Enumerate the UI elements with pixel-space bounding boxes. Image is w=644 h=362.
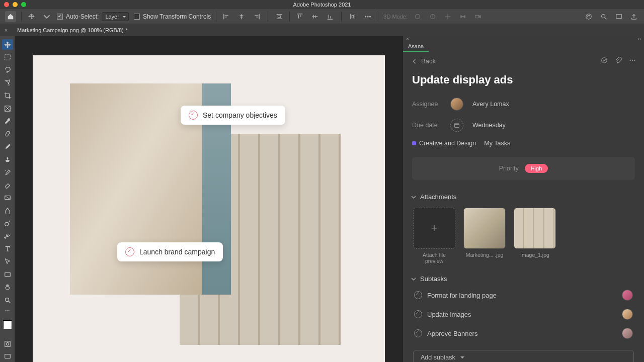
check-circle-icon[interactable] [414,310,422,318]
orbit-3d-icon [413,12,423,22]
svg-point-7 [602,14,605,18]
lasso-tool[interactable] [2,65,13,75]
subtask-assignee-avatar[interactable] [622,290,633,301]
mark-complete-icon[interactable] [601,57,608,65]
frame-tool[interactable] [2,103,13,114]
color-swatch[interactable] [3,320,12,329]
subtask-row[interactable]: Update images [403,305,644,324]
edit-toolbar-icon[interactable]: ••• [5,308,10,313]
attachment-1[interactable]: Marketing... .jpg [463,208,506,264]
show-transform-checkbox[interactable] [134,14,140,20]
project-tag-creative[interactable]: Creative and Design [412,140,476,147]
share-icon[interactable] [629,12,639,22]
more-menu-icon[interactable] [629,57,636,65]
overlay-card-text: Set company objectives [203,111,277,119]
assignee-avatar[interactable] [450,98,463,111]
distribute-h-icon[interactable] [274,12,284,22]
plus-icon[interactable]: + [413,208,455,249]
task-title[interactable]: Update display ads [403,70,644,94]
tool-options-chevron-icon[interactable] [42,12,52,22]
svg-rect-5 [475,15,479,18]
align-right-icon[interactable] [252,12,262,22]
brush-tool[interactable] [2,141,13,152]
auto-select-label: Auto-Select: [66,13,99,20]
back-button[interactable]: Back [411,57,436,65]
align-center-v-icon[interactable] [310,12,320,22]
due-date-value[interactable]: Wednesday [472,122,506,129]
calendar-icon[interactable] [450,119,463,132]
quickmask-icon[interactable] [2,338,13,349]
svg-rect-24 [455,123,459,127]
svg-point-18 [6,342,9,345]
due-date-label: Due date [412,122,441,129]
search-icon[interactable] [599,12,609,22]
subtask-assignee-avatar[interactable] [622,309,633,320]
collapse-panel-icon[interactable]: ›› [637,36,644,42]
check-circle-icon [189,111,198,120]
move-tool[interactable] [2,39,13,50]
screenmode-icon[interactable] [2,351,13,362]
dodge-tool[interactable] [2,218,13,228]
add-attachment[interactable]: + Attach file preview [413,208,455,264]
chevron-down-icon[interactable] [411,195,416,200]
eraser-tool[interactable] [2,179,13,190]
attachment-icon[interactable] [615,57,622,65]
add-subtask-button[interactable]: Add subtask [413,350,634,362]
more-options-icon[interactable] [363,12,373,22]
canvas-area[interactable]: Set company objectives Launch brand camp… [15,36,403,362]
attachment-2[interactable]: Image_1.jpg [514,208,556,264]
close-panel-icon[interactable]: × [403,36,412,42]
clone-stamp-tool[interactable] [2,154,13,165]
path-select-tool[interactable] [2,256,13,267]
chevron-down-icon[interactable] [411,277,416,282]
type-tool[interactable] [2,243,13,254]
svg-rect-9 [5,55,10,60]
zoom-tool[interactable] [2,295,13,305]
minimize-window-icon[interactable] [13,2,18,7]
attach-add-label: Attach file preview [413,252,455,264]
pan-3d-icon [443,12,453,22]
priority-field[interactable]: Priority High [412,157,635,180]
subtask-row[interactable]: Approve Banners [403,324,644,343]
artboard[interactable]: Set company objectives Launch brand camp… [33,55,385,362]
check-circle-icon[interactable] [414,291,422,299]
maximize-window-icon[interactable] [21,2,26,7]
move-tool-icon[interactable] [27,12,37,22]
distribute-v-icon[interactable] [348,12,358,22]
home-button[interactable] [5,11,16,22]
assignee-name[interactable]: Avery Lomax [472,101,509,108]
auto-select-dropdown[interactable]: Layer [102,12,129,21]
quick-select-tool[interactable] [2,77,13,88]
align-center-h-icon[interactable] [236,12,247,22]
crop-tool[interactable] [2,90,13,101]
mac-titlebar: Adobe Photoshop 2021 [0,0,644,9]
marquee-tool[interactable] [2,52,13,62]
subtask-row[interactable]: Format for landing page [403,286,644,305]
priority-badge[interactable]: High [525,164,548,173]
align-bottom-icon[interactable] [325,12,335,22]
align-left-icon[interactable] [221,12,231,22]
rectangle-tool[interactable] [2,269,13,280]
blur-tool[interactable] [2,205,13,216]
gradient-tool[interactable] [2,193,13,203]
history-brush-tool[interactable] [2,167,13,177]
subtask-name: Update images [427,311,471,318]
svg-rect-19 [5,354,10,358]
asana-tab[interactable]: Asana [403,42,429,52]
auto-select-checkbox[interactable] [57,14,63,20]
overlay-card-objectives[interactable]: Set company objectives [181,106,285,125]
close-window-icon[interactable] [4,2,9,7]
overlay-card-campaign[interactable]: Launch brand campaign [117,242,223,261]
check-circle-icon[interactable] [414,329,422,337]
eyedropper-tool[interactable] [2,116,13,126]
project-tag-mytasks[interactable]: My Tasks [484,140,510,147]
healing-brush-tool[interactable] [2,129,13,139]
hand-tool[interactable] [2,282,13,292]
doc-tab[interactable]: Marketing Campaign.png @ 100% (RGB/8) * [12,27,132,33]
pen-tool[interactable] [2,231,13,241]
screen-mode-icon[interactable] [614,12,624,22]
subtask-assignee-avatar[interactable] [622,328,633,339]
cloud-sync-icon[interactable] [584,12,594,22]
align-top-icon[interactable] [295,12,305,22]
close-doc-icon[interactable]: × [0,27,12,33]
